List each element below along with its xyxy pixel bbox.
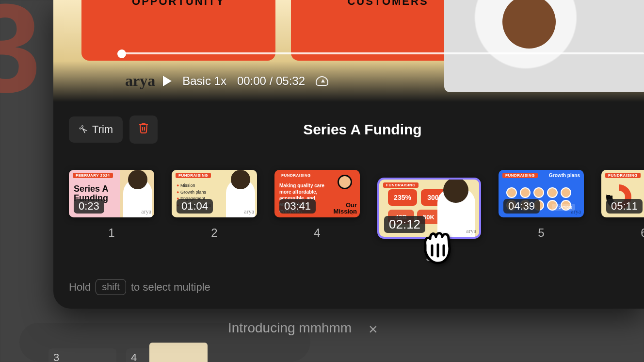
thumb-column: FUNDRAISINGMissionGrowth plansEngagement… bbox=[172, 170, 257, 240]
project-title: Series A Funding bbox=[303, 121, 421, 138]
time-badge: 03:41 bbox=[279, 199, 316, 214]
background-thumb bbox=[149, 343, 208, 362]
thumb-column: FUNDRAISING235%300K42B50K02:12arya3 bbox=[377, 170, 481, 264]
slide-thumbnail[interactable]: FEBRUARY 2024Series A Funding0:23arya bbox=[69, 170, 154, 217]
thumb-column: FUNDRAISINGMaking quality care more affo… bbox=[274, 170, 360, 240]
speed-selector[interactable]: Basic 1x bbox=[182, 74, 226, 88]
thumb-header: Growth plans bbox=[549, 173, 580, 178]
shift-key: shift bbox=[96, 279, 126, 295]
thumb-stat: 235% bbox=[388, 189, 417, 206]
background-number: 3 bbox=[0, 0, 41, 121]
time-badge: 02:12 bbox=[384, 216, 425, 233]
video-preview: OPPORTUNITY CUSTOMERS arya Basic 1x 00:0… bbox=[53, 0, 644, 102]
thumb-tag: FUNDRAISING bbox=[278, 173, 314, 178]
timecode: 00:00 / 05:32 bbox=[237, 74, 305, 88]
time-badge: 04:39 bbox=[503, 199, 540, 214]
slide-thumbnail[interactable]: FUNDRAISINGMissionGrowth plansEngagement… bbox=[172, 170, 257, 217]
playhead[interactable] bbox=[117, 49, 126, 58]
thumb-column: FUNDRAISINGGrowth plans+ 5 more04:39arya… bbox=[499, 170, 584, 240]
thumb-avatar bbox=[338, 175, 352, 189]
play-button[interactable] bbox=[163, 76, 172, 86]
thumb-column: FUNDRAISINGCoverage05:11arya6 bbox=[601, 170, 644, 240]
toolbar: ✂ Trim Series A Funding bbox=[69, 115, 644, 144]
background-close-icon: × bbox=[369, 320, 378, 338]
thumb-index: 3 bbox=[426, 250, 432, 264]
slide-thumbnails: FEBRUARY 2024Series A Funding0:23arya1FU… bbox=[69, 170, 644, 264]
brand-logo: arya bbox=[125, 72, 155, 90]
thumb-column: FEBRUARY 2024Series A Funding0:23arya1 bbox=[69, 170, 154, 240]
trim-label: Trim bbox=[92, 123, 113, 136]
thumb-logo: arya bbox=[347, 208, 357, 215]
slide-thumbnail[interactable]: FUNDRAISING235%300K42B50K02:12arya bbox=[377, 178, 481, 239]
preview-card-opportunity: OPPORTUNITY bbox=[81, 0, 275, 61]
time-badge: 05:11 bbox=[606, 199, 643, 214]
hint-prefix: Hold bbox=[69, 281, 91, 294]
trash-icon bbox=[138, 122, 149, 137]
preview-card-label: OPPORTUNITY bbox=[132, 0, 225, 8]
playback-progress[interactable] bbox=[121, 52, 644, 54]
hint-suffix: to select multiple bbox=[131, 281, 210, 294]
player-controls: arya Basic 1x 00:00 / 05:32 bbox=[125, 72, 328, 90]
scissors-icon: ✂ bbox=[75, 122, 90, 137]
multiselect-hint: Hold shift to select multiple bbox=[69, 264, 644, 295]
thumb-index: 1 bbox=[108, 226, 114, 240]
editor-body: ✂ Trim Series A Funding FEBRUARY 2024Ser… bbox=[53, 102, 644, 309]
thumb-logo: arya bbox=[244, 208, 254, 215]
delete-button[interactable] bbox=[129, 115, 158, 144]
thumb-tag: FUNDRAISING bbox=[502, 173, 538, 178]
trim-button[interactable]: ✂ Trim bbox=[69, 116, 123, 143]
thumb-tag: FUNDRAISING bbox=[605, 173, 641, 178]
thumb-logo: arya bbox=[571, 208, 581, 215]
slide-thumbnail[interactable]: FUNDRAISINGGrowth plans+ 5 more04:39arya bbox=[499, 170, 584, 217]
thumb-tag: FEBRUARY 2024 bbox=[73, 173, 113, 178]
slide-thumbnail[interactable]: FUNDRAISINGCoverage05:11arya bbox=[601, 170, 644, 217]
editor-panel: OPPORTUNITY CUSTOMERS arya Basic 1x 00:0… bbox=[53, 0, 644, 309]
thumb-logo: arya bbox=[141, 208, 151, 215]
thumb-index: 2 bbox=[211, 226, 217, 240]
thumb-index: 5 bbox=[538, 226, 544, 240]
thumb-logo: arya bbox=[466, 228, 476, 235]
presenter-video bbox=[444, 0, 644, 92]
upload-icon[interactable] bbox=[316, 76, 328, 86]
thumb-index: 4 bbox=[314, 226, 320, 240]
thumb-avatars bbox=[506, 187, 571, 198]
thumb-tag: FUNDRAISING bbox=[176, 173, 211, 178]
background-chip-3: 3 bbox=[48, 348, 116, 362]
thumb-index: 6 bbox=[641, 226, 644, 240]
slide-thumbnail[interactable]: FUNDRAISINGMaking quality care more affo… bbox=[274, 170, 360, 217]
background-tab-label: Introducing mmhmm bbox=[228, 320, 352, 336]
time-badge: 01:04 bbox=[177, 199, 213, 214]
preview-card-label: CUSTOMERS bbox=[347, 0, 428, 8]
thumb-tag: FUNDRAISING bbox=[383, 182, 419, 188]
time-badge: 0:23 bbox=[74, 199, 104, 214]
